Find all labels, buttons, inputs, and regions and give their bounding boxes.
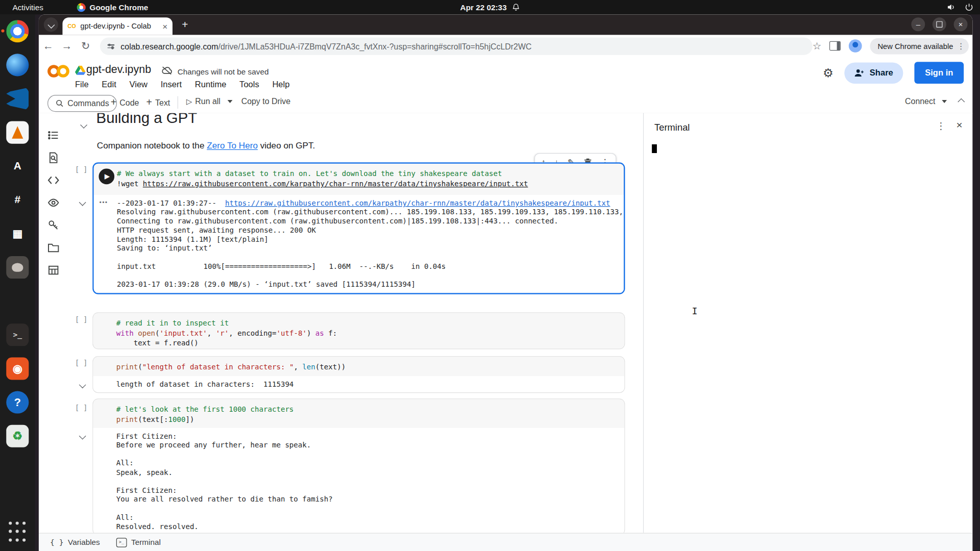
output-collapse-icon[interactable] [80, 196, 85, 207]
exec-count-marker[interactable]: [ ] [75, 315, 87, 323]
dock-item-vlc[interactable] [0, 116, 35, 149]
dock-item-chrome[interactable] [0, 14, 35, 48]
section-subtitle: Companion notebook to the Zero To Hero v… [97, 141, 315, 151]
collapse-header-icon[interactable] [959, 99, 964, 105]
add-text-button[interactable]: +Text [146, 97, 170, 108]
run-all-play-icon: ▷ [186, 97, 192, 106]
menu-view[interactable]: View [130, 80, 148, 89]
firefox-icon [6, 54, 29, 76]
menu-runtime[interactable]: Runtime [195, 80, 227, 89]
code-cell-3[interactable]: print("length of dataset in characters: … [92, 356, 625, 393]
side-panel-icon[interactable] [829, 41, 841, 51]
dock-item-libreoffice-calc[interactable]: # [0, 183, 35, 217]
dock-item-libreoffice-writer[interactable]: A [0, 149, 35, 183]
browser-menu-icon[interactable]: ⋮ [957, 41, 965, 51]
terminal-menu-icon[interactable]: ⋮ [936, 120, 945, 132]
dock-item-file-cabinet[interactable] [0, 284, 35, 318]
volume-icon[interactable] [946, 3, 955, 12]
colab-favicon: CO [67, 23, 76, 29]
notebook-title[interactable]: gpt-dev.ipynb [86, 63, 151, 77]
terminal-button[interactable]: >_Terminal [116, 538, 161, 547]
menu-file[interactable]: File [75, 80, 89, 89]
share-button[interactable]: Share [845, 62, 903, 84]
sidebar-data-table-icon[interactable] [47, 264, 59, 276]
add-code-button[interactable]: +Code [111, 97, 139, 108]
chrome-window: CO gpt-dev.ipynb - Colab × + – × ← → ↻ c… [39, 14, 972, 551]
reload-button[interactable]: ↻ [76, 39, 95, 53]
chrome-icon [6, 20, 29, 42]
menu-insert[interactable]: Insert [161, 80, 182, 89]
cell-code-editor[interactable]: # let's look at the first 1000 character… [93, 399, 624, 428]
bookmark-star-icon[interactable]: ☆ [813, 40, 822, 52]
forward-button[interactable]: → [58, 40, 77, 52]
settings-gear-icon[interactable]: ⚙ [823, 66, 834, 80]
terminal-cursor[interactable] [652, 144, 657, 153]
run-all-button[interactable]: ▷Run all [186, 97, 232, 106]
code-cell-1[interactable]: ▶# We always start with a dataset to tra… [92, 162, 625, 294]
output-collapse-icon[interactable] [80, 430, 85, 441]
dock-item-firefox[interactable] [0, 48, 35, 82]
code-cell-4[interactable]: # let's look at the first 1000 character… [92, 398, 625, 533]
chrome-update-button[interactable]: New Chrome available ⋮ [870, 38, 969, 54]
sign-in-button[interactable]: Sign in [914, 62, 964, 84]
sidebar-secrets-key-icon[interactable] [47, 219, 59, 231]
output-options-icon[interactable]: ••• [100, 199, 108, 206]
tab-search-button[interactable] [44, 17, 58, 32]
new-tab-button[interactable]: + [179, 19, 191, 31]
exec-count-marker[interactable]: [ ] [75, 165, 87, 173]
dock-item-recycle[interactable]: ♻ [0, 419, 35, 453]
site-settings-icon[interactable] [108, 44, 114, 48]
minimize-button[interactable]: – [911, 17, 925, 31]
sidebar-files-folder-icon[interactable] [47, 242, 59, 254]
close-window-button[interactable]: × [954, 17, 968, 31]
dock-item-ubuntu-software[interactable]: ◉ [0, 352, 35, 385]
colab-logo[interactable] [47, 63, 76, 82]
dock: A#▦>_◉?♻ [0, 14, 35, 551]
sidebar-table-of-contents-icon[interactable] [47, 129, 59, 141]
commands-button[interactable]: Commands [47, 95, 117, 112]
cell-code-editor[interactable]: print("length of dataset in characters: … [93, 357, 624, 376]
vlc-icon [6, 121, 29, 144]
exec-count-marker[interactable]: [ ] [75, 359, 87, 367]
url-domain: colab.research.google.com [120, 41, 218, 51]
power-icon[interactable] [964, 3, 973, 12]
profile-avatar[interactable] [849, 39, 862, 53]
dock-item-help[interactable]: ? [0, 386, 35, 419]
show-applications-button[interactable] [0, 515, 35, 548]
variables-button[interactable]: { }Variables [50, 538, 100, 546]
menu-tools[interactable]: Tools [239, 80, 259, 89]
menu-help[interactable]: Help [272, 80, 289, 89]
cell-code-editor[interactable]: ▶# We always start with a dataset to tra… [94, 164, 624, 195]
exec-count-marker[interactable]: [ ] [75, 404, 87, 412]
cloud-off-icon [161, 66, 173, 75]
terminal-icon: >_ [116, 538, 127, 547]
zero-to-hero-link[interactable]: Zero To Hero [207, 141, 258, 151]
section-collapse-icon[interactable] [81, 119, 86, 130]
dock-item-gimp[interactable] [0, 251, 35, 284]
cell-code-editor[interactable]: # read it in to inspect itwith open('inp… [93, 313, 624, 348]
gnome-top-bar: Activities Google Chrome Apr 22 02:33 [0, 0, 980, 14]
libreoffice-impress-icon: ▦ [6, 222, 29, 245]
run-cell-button[interactable]: ▶ [99, 169, 114, 185]
sidebar-find-and-replace-icon[interactable] [47, 152, 59, 164]
dock-item-libreoffice-impress[interactable]: ▦ [0, 217, 35, 251]
code-cell-2[interactable]: # read it in to inspect itwith open('inp… [92, 312, 625, 349]
menu-edit[interactable]: Edit [102, 80, 116, 89]
active-tab[interactable]: CO gpt-dev.ipynb - Colab × [62, 17, 173, 35]
back-button[interactable]: ← [39, 40, 58, 52]
output-collapse-icon[interactable] [80, 379, 85, 390]
run-all-caret-icon[interactable] [227, 100, 232, 103]
dock-item-terminal[interactable]: >_ [0, 318, 35, 352]
address-bar[interactable]: colab.research.google.com/drive/1JMLa53H… [100, 37, 813, 55]
clock[interactable]: Apr 22 02:33 [0, 3, 980, 12]
dock-item-vscode[interactable] [0, 82, 35, 115]
sidebar-code-snippets-icon[interactable] [47, 174, 59, 186]
terminal-close-icon[interactable]: × [956, 119, 962, 132]
recycle-icon: ♻ [6, 425, 29, 447]
maximize-button[interactable] [933, 17, 946, 31]
colab-sidebar [39, 113, 69, 533]
tab-close-icon[interactable]: × [162, 22, 167, 31]
copy-to-drive-button[interactable]: Copy to Drive [241, 97, 290, 106]
sidebar-scratch-eye-icon[interactable] [47, 197, 59, 209]
connect-button[interactable]: Connect [905, 97, 947, 106]
